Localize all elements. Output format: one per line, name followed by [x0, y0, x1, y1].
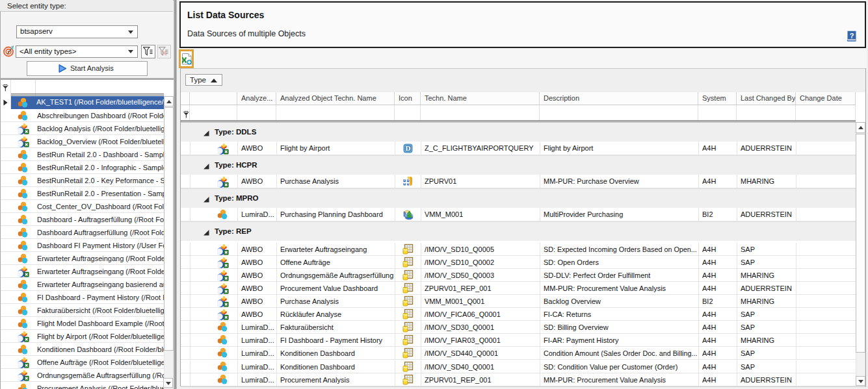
svg-text:D: D — [406, 144, 411, 152]
svg-text:?: ? — [850, 32, 854, 40]
